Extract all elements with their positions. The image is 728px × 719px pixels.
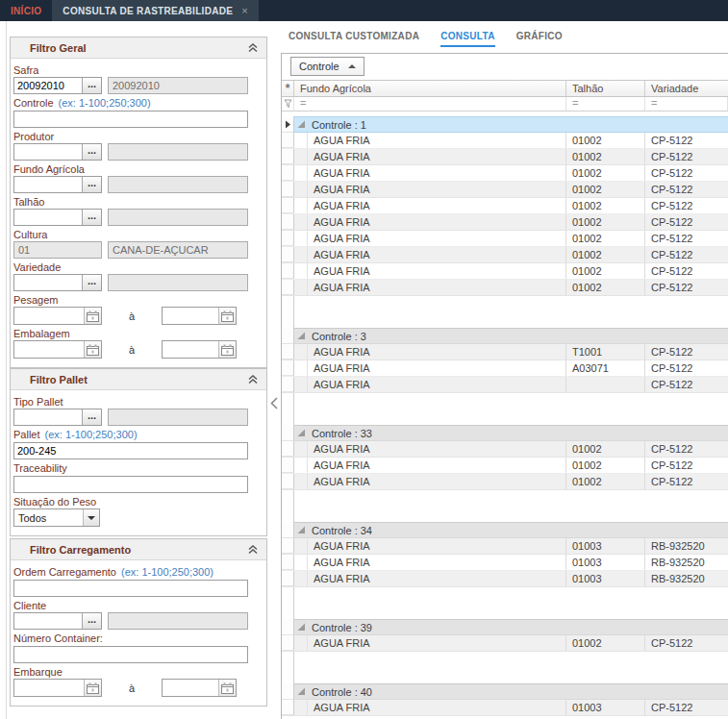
- ordem-carregamento-hint: (ex: 1-100;250;300): [121, 566, 213, 578]
- variedade-ellipsis-button[interactable]: ...: [82, 275, 101, 290]
- group-row[interactable]: Controle : 34: [282, 522, 728, 538]
- cell-fundo-agricola: AGUA FRIA: [308, 538, 566, 554]
- column-header-talhao[interactable]: Talhão: [566, 81, 645, 96]
- group-row[interactable]: Controle : 40: [282, 683, 728, 700]
- fundo-agricola-input[interactable]: [14, 177, 82, 192]
- calendar-icon[interactable]: [84, 341, 101, 358]
- embalagem-to-input[interactable]: [163, 341, 218, 358]
- filtro-carregamento-header[interactable]: Filtro Carregamento: [11, 539, 266, 560]
- grid-corner-icon: *: [282, 81, 294, 96]
- focused-row-arrow-icon: [285, 120, 291, 129]
- close-icon[interactable]: ×: [241, 5, 248, 16]
- calendar-icon[interactable]: [84, 680, 101, 696]
- cliente-input[interactable]: [14, 613, 82, 629]
- group-row[interactable]: Controle : 3: [282, 328, 728, 344]
- calendar-icon[interactable]: [218, 341, 236, 358]
- filter-cell-fundo-agricola[interactable]: =: [294, 97, 566, 111]
- tab-consulta-customizada[interactable]: CONSULTA CUSTOMIZADA: [289, 31, 419, 47]
- controle-input[interactable]: [13, 111, 248, 128]
- table-row[interactable]: AGUA FRIA01002CP-5122: [282, 214, 728, 231]
- table-row[interactable]: AGUA FRIA01002CP-5122: [282, 280, 728, 296]
- table-row[interactable]: AGUA FRIA01002CP-5122: [282, 441, 728, 458]
- collapse-chevron-icon[interactable]: [248, 43, 258, 53]
- cultura-label: Cultura: [13, 229, 248, 240]
- produtor-input[interactable]: [14, 144, 82, 160]
- table-row[interactable]: AGUA FRIA01003RB-932520: [282, 555, 728, 571]
- pallet-input[interactable]: [13, 442, 248, 459]
- situacao-peso-select[interactable]: Todos: [13, 508, 100, 527]
- table-row[interactable]: AGUA FRIA01002CP-5122: [282, 458, 728, 474]
- produtor-ellipsis-button[interactable]: ...: [82, 144, 101, 160]
- group-by-chip-controle[interactable]: Controle: [290, 57, 364, 76]
- group-row[interactable]: Controle : 1: [282, 116, 728, 133]
- table-row[interactable]: AGUA FRIA01002CP-5122: [282, 231, 728, 247]
- chevron-down-icon[interactable]: [83, 509, 99, 526]
- numero-container-input[interactable]: [13, 646, 248, 663]
- ordem-carregamento-input[interactable]: [13, 580, 248, 597]
- table-row[interactable]: AGUA FRIA01002CP-5122: [282, 263, 728, 280]
- filtro-geral-header[interactable]: Filtro Geral: [11, 37, 266, 59]
- talhao-input[interactable]: [14, 210, 82, 225]
- table-row[interactable]: AGUA FRIA01002CP-5122: [282, 474, 728, 490]
- tab-consulta-rastreabilidade[interactable]: CONSULTA DE RASTREABILIDADE ×: [52, 0, 259, 21]
- filtro-pallet-header[interactable]: Filtro Pallet: [11, 369, 266, 390]
- calendar-icon[interactable]: [218, 308, 236, 324]
- cell-fundo-agricola: AGUA FRIA: [308, 555, 566, 570]
- cliente-ellipsis-button[interactable]: ...: [82, 613, 101, 629]
- table-row[interactable]: AGUA FRIA01002CP-5122: [282, 182, 728, 198]
- collapse-chevron-icon[interactable]: [248, 375, 258, 384]
- tipo-pallet-input[interactable]: [14, 409, 82, 425]
- group-expand-icon[interactable]: [297, 526, 306, 534]
- table-row[interactable]: AGUA FRIA01002CP-5122: [282, 198, 728, 214]
- tab-grafico[interactable]: GRÁFICO: [516, 31, 563, 47]
- column-header-variadade[interactable]: Variadade: [645, 81, 728, 96]
- splitter-collapse-button[interactable]: [267, 392, 280, 413]
- safra-ellipsis-button[interactable]: ...: [82, 78, 101, 93]
- group-expand-icon[interactable]: [297, 429, 306, 437]
- safra-input[interactable]: [14, 78, 82, 93]
- pesagem-to-input[interactable]: [163, 308, 218, 324]
- group-expand-icon[interactable]: [297, 332, 306, 340]
- table-row[interactable]: AGUA FRIAA03071CP-5122: [282, 360, 728, 377]
- group-row[interactable]: Controle : 39: [282, 619, 728, 635]
- group-indent: [294, 182, 308, 197]
- traceability-input[interactable]: [13, 476, 248, 493]
- cell-talhao: 01002: [566, 635, 645, 651]
- calendar-icon[interactable]: [218, 680, 236, 696]
- column-header-fundo-agricola[interactable]: Fundo Agrícola: [294, 81, 566, 96]
- table-row[interactable]: AGUA FRIA01002CP-5122: [282, 247, 728, 263]
- group-expand-icon[interactable]: [297, 120, 306, 129]
- collapse-chevron-icon[interactable]: [248, 545, 258, 555]
- calendar-icon[interactable]: [84, 308, 101, 324]
- table-row[interactable]: AGUA FRIA01003RB-932520: [282, 571, 728, 587]
- group-indent: [294, 198, 308, 213]
- cell-fundo-agricola: AGUA FRIA: [308, 700, 566, 715]
- table-row[interactable]: AGUA FRIAT1001CP-5122: [282, 344, 728, 360]
- tab-consulta[interactable]: CONSULTA: [440, 31, 494, 47]
- group-row[interactable]: Controle : 33: [282, 425, 728, 441]
- embalagem-from-input[interactable]: [14, 341, 84, 358]
- talhao-lookup: ...: [13, 209, 102, 226]
- table-row[interactable]: AGUA FRIA01002CP-5122: [282, 165, 728, 182]
- table-row[interactable]: AGUA FRIA01002CP-5122: [282, 149, 728, 165]
- table-row[interactable]: AGUA FRIA01002CP-5122: [282, 133, 728, 149]
- talhao-ellipsis-button[interactable]: ...: [82, 210, 101, 225]
- filter-cell-talhao[interactable]: =: [566, 97, 645, 111]
- group-expand-icon[interactable]: [297, 687, 306, 696]
- embarque-to-input[interactable]: [163, 680, 218, 696]
- tipo-pallet-ellipsis-button[interactable]: ...: [82, 409, 101, 425]
- variedade-input[interactable]: [14, 275, 82, 290]
- cell-variadade: CP-5122: [645, 198, 728, 213]
- cell-variadade: CP-5122: [645, 231, 728, 246]
- pesagem-label: Pesagem: [13, 294, 248, 306]
- tab-inicio[interactable]: INÍCIO: [0, 0, 52, 21]
- filter-cell-variadade[interactable]: =: [645, 97, 728, 111]
- pesagem-from-input[interactable]: [14, 308, 84, 324]
- group-expand-icon[interactable]: [297, 623, 306, 632]
- table-row[interactable]: AGUA FRIA01003CP-5122: [282, 700, 728, 716]
- fundo-agricola-ellipsis-button[interactable]: ...: [82, 177, 101, 192]
- table-row[interactable]: AGUA FRIA01003RB-932520: [282, 538, 728, 555]
- table-row[interactable]: AGUA FRIACP-5122: [282, 377, 728, 393]
- table-row[interactable]: AGUA FRIA01002CP-5122: [282, 635, 728, 652]
- embarque-from-input[interactable]: [14, 680, 84, 696]
